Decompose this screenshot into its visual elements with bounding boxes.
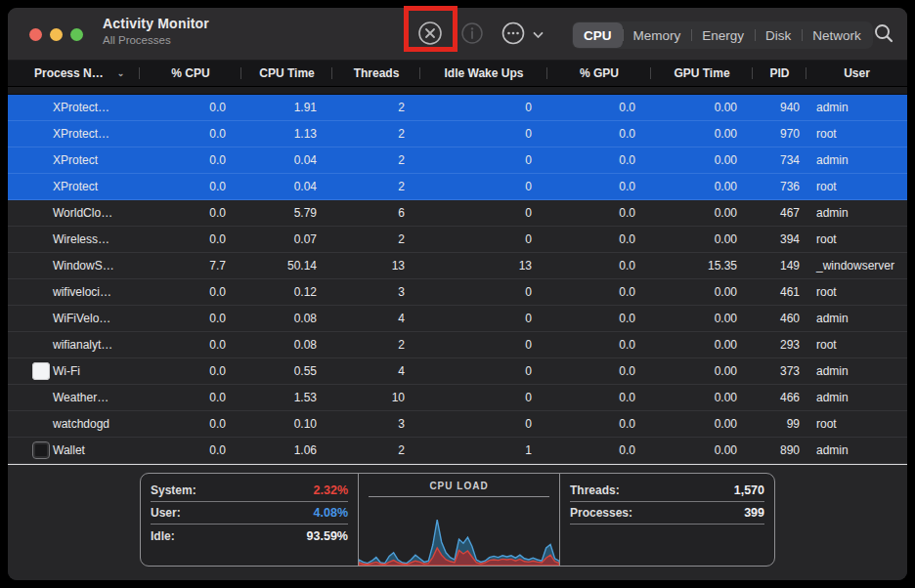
cell-pid: 890: [753, 438, 806, 463]
table-row[interactable]: XProtect…0.01.91200.00.00940admin: [8, 95, 907, 121]
column-header[interactable]: Threads: [332, 61, 420, 86]
cell-cpu_time: 1.13: [241, 121, 332, 147]
cell-cpu: 7.7: [140, 253, 241, 278]
cell-name: XProtect…: [8, 95, 140, 120]
column-header[interactable]: Idle Wake Ups: [420, 61, 547, 86]
cell-gpu_time: 0.00: [651, 200, 753, 226]
wifi-app-icon: [32, 362, 50, 380]
table-row[interactable]: Weather…0.01.531000.00.00466admin: [8, 385, 907, 411]
tab-memory[interactable]: Memory: [623, 22, 692, 48]
cell-gpu_time: 0.00: [651, 332, 753, 357]
cell-idle_wake_ups: 0: [420, 279, 547, 305]
column-header[interactable]: % GPU: [547, 61, 651, 86]
cell-gpu_time: 0.00: [651, 411, 753, 437]
tab-energy[interactable]: Energy: [691, 22, 755, 48]
stat-row: Processes:399: [570, 502, 764, 525]
cell-cpu: 0.0: [140, 174, 241, 199]
minimize-window-button[interactable]: [50, 28, 63, 41]
cell-gpu_time: 0.00: [651, 358, 753, 384]
stat-row: Threads:1,570: [570, 480, 764, 502]
x-circle-icon: [417, 21, 443, 50]
stat-label: Processes:: [570, 506, 632, 520]
more-options-button[interactable]: [500, 21, 527, 49]
cell-gpu_time: 0.00: [651, 438, 753, 463]
cell-idle_wake_ups: 0: [420, 147, 547, 173]
cell-cpu_time: 0.07: [241, 227, 332, 252]
table-row[interactable]: WorldClo…0.05.79600.00.00467admin: [8, 200, 907, 227]
cell-cpu: 0.0: [140, 332, 241, 357]
cell-idle_wake_ups: 0: [420, 200, 547, 226]
cell-cpu: 0.0: [140, 200, 241, 226]
table-row[interactable]: watchdogd0.00.10300.00.0099root: [8, 411, 907, 438]
column-header[interactable]: CPU Time: [241, 61, 332, 86]
table-row[interactable]: WiFiVelo…0.00.08400.00.00460admin: [8, 306, 907, 332]
process-table: XProtect…0.01.91200.00.00940adminXProtec…: [8, 95, 907, 464]
column-header[interactable]: GPU Time: [651, 61, 753, 86]
stat-label: Idle:: [151, 529, 175, 543]
tab-cpu[interactable]: CPU: [573, 22, 623, 48]
cell-user: admin: [806, 95, 907, 120]
table-row[interactable]: Wallet0.01.06210.00.00890admin: [8, 438, 907, 464]
cell-idle_wake_ups: 0: [420, 306, 547, 331]
column-header[interactable]: PID: [753, 61, 806, 86]
cell-name: XProtect: [8, 147, 140, 173]
cell-gpu: 0.0: [547, 200, 651, 226]
cell-name: WorldClo…: [8, 200, 140, 226]
cell-pid: 466: [753, 385, 806, 410]
table-row[interactable]: XProtect0.00.04200.00.00734admin: [8, 147, 907, 174]
cell-gpu: 0.0: [547, 95, 651, 120]
cell-idle_wake_ups: 0: [420, 332, 547, 357]
column-header[interactable]: % CPU: [140, 61, 241, 86]
cell-gpu_time: 15.35: [651, 253, 753, 278]
view-segmented-control: CPUMemoryEnergyDiskNetwork: [572, 21, 873, 49]
cell-threads: 2: [332, 95, 420, 120]
footer-stats-area: System:2.32%User:4.08%Idle:93.59% CPU LO…: [8, 465, 907, 580]
traffic-lights: [29, 28, 83, 41]
column-header[interactable]: User: [806, 61, 907, 86]
cell-cpu_time: 0.04: [241, 174, 332, 199]
zoom-window-button[interactable]: [70, 28, 83, 41]
search-button[interactable]: [870, 21, 897, 49]
stat-label: System:: [151, 483, 196, 497]
cpu-load-rule: [369, 496, 549, 497]
cell-cpu_time: 0.08: [241, 306, 332, 331]
table-row[interactable]: wifiveloci…0.00.12300.00.00461root: [8, 279, 907, 306]
threads-processes-panel: Threads:1,570Processes:399: [559, 474, 774, 566]
close-window-button[interactable]: [29, 28, 42, 41]
cell-threads: 3: [332, 411, 420, 437]
table-row[interactable]: WindowS…7.750.1413130.015.35149_windowse…: [8, 253, 907, 279]
cell-threads: 3: [332, 279, 420, 305]
more-options-chevron[interactable]: [527, 21, 545, 49]
cell-name: Wireless…: [8, 227, 140, 252]
tab-disk[interactable]: Disk: [755, 22, 802, 48]
stat-label: Threads:: [570, 483, 620, 497]
cell-pid: 940: [753, 95, 806, 120]
table-row[interactable]: XProtect…0.01.13200.00.00970root: [8, 121, 907, 147]
cell-user: admin: [806, 200, 907, 226]
cell-user: root: [806, 121, 907, 147]
cell-gpu_time: 0.00: [651, 279, 753, 305]
stat-value: 93.59%: [307, 529, 348, 543]
table-row[interactable]: Wireless…0.00.07200.00.00394root: [8, 227, 907, 253]
cell-pid: 460: [753, 306, 806, 331]
stat-value: 399: [744, 506, 764, 520]
tab-network[interactable]: Network: [802, 22, 872, 48]
cell-cpu_time: 1.91: [241, 95, 332, 120]
cell-pid: 461: [753, 279, 806, 305]
title-bar[interactable]: Activity Monitor All Processes: [8, 8, 907, 61]
cell-gpu: 0.0: [547, 438, 651, 463]
cell-gpu: 0.0: [547, 174, 651, 199]
activity-monitor-window: Activity Monitor All Processes: [8, 8, 907, 580]
cell-user: admin: [806, 358, 907, 384]
chevron-down-icon: [533, 30, 544, 41]
cell-idle_wake_ups: 0: [420, 227, 547, 252]
table-row[interactable]: wifianalyt…0.00.08200.00.00293root: [8, 332, 907, 358]
cell-threads: 4: [332, 306, 420, 331]
inspect-process-button[interactable]: [458, 21, 486, 49]
column-header[interactable]: Process N…⌄: [8, 61, 140, 86]
cell-threads: 13: [332, 253, 420, 278]
quit-process-button[interactable]: [416, 21, 444, 49]
cell-pid: 394: [753, 227, 806, 252]
table-row[interactable]: XProtect0.00.04200.00.00736root: [8, 174, 907, 200]
table-row[interactable]: Wi-Fi0.00.55400.00.00373admin: [8, 358, 907, 385]
